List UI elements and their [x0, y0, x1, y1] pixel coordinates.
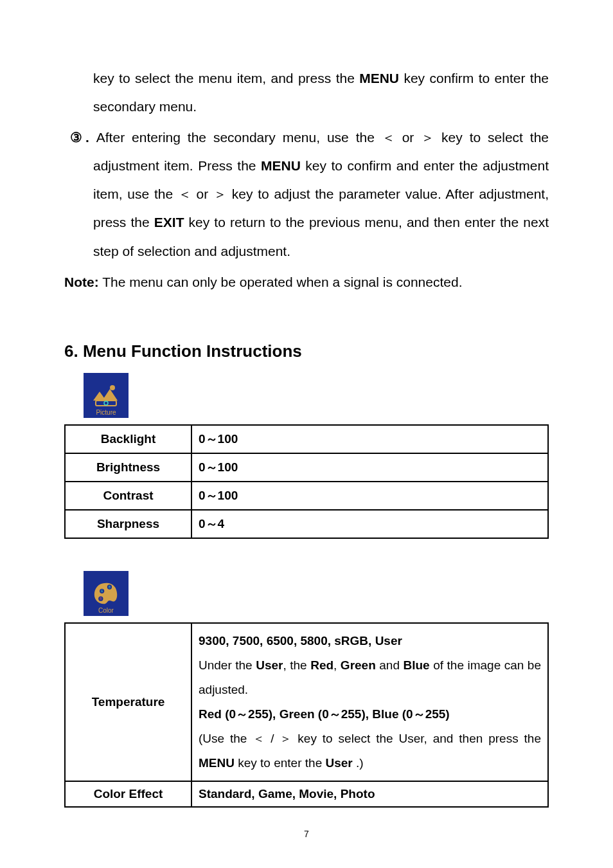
- val-brightness: 0～100: [191, 453, 548, 482]
- temp-use-b: key to enter the: [235, 756, 326, 770]
- temp-user-2: User: [325, 756, 352, 770]
- temp-use-c: .): [353, 756, 364, 770]
- temp-comma: ,: [333, 658, 341, 672]
- param-color-effect: Color Effect: [65, 781, 191, 807]
- temp-red: Red: [310, 658, 333, 672]
- svg-point-0: [110, 385, 115, 390]
- val-sharpness: 0～4: [191, 510, 548, 538]
- temp-desc-b: , the: [283, 658, 310, 672]
- val-temperature: 9300, 7500, 6500, 5800, sRGB, User Under…: [191, 623, 548, 781]
- menu-key-ref-2: MENU: [261, 158, 301, 173]
- temp-use-a: (Use the ＜ / ＞ key to select the User, a…: [199, 732, 541, 745]
- temp-menu-k: MENU: [199, 756, 235, 770]
- param-contrast: Contrast: [65, 482, 191, 510]
- svg-point-2: [104, 401, 108, 405]
- section-heading: 6. Menu Function Instructions: [64, 341, 549, 361]
- step3-marker: ③.: [70, 130, 96, 145]
- color-settings-table: Temperature 9300, 7500, 6500, 5800, sRGB…: [64, 622, 549, 808]
- color-menu-icon: B G R Color: [84, 571, 129, 616]
- picture-menu-icon: Picture: [84, 373, 129, 418]
- temp-presets: 9300, 7500, 6500, 5800, sRGB, User: [199, 629, 541, 653]
- picture-icon-label: Picture: [84, 409, 129, 416]
- table-row: Color Effect Standard, Game, Movie, Phot…: [65, 781, 548, 807]
- intro-continuation: key to select the menu item, and press t…: [64, 64, 549, 121]
- val-backlight: 0～100: [191, 425, 548, 453]
- step-3: ③. After entering the secondary menu, us…: [64, 123, 549, 265]
- svg-text:B: B: [109, 586, 111, 589]
- temp-rgb-ranges: Red (0～255), Green (0～255), Blue (0～255): [199, 702, 541, 727]
- param-temperature: Temperature: [65, 623, 191, 781]
- svg-text:G: G: [101, 590, 103, 593]
- picture-settings-table: Backlight 0～100 Brightness 0～100 Contras…: [64, 424, 549, 539]
- param-backlight: Backlight: [65, 425, 191, 453]
- menu-key-ref: MENU: [359, 71, 399, 86]
- table-row: Backlight 0～100: [65, 425, 548, 453]
- page-number: 7: [0, 829, 613, 839]
- temp-and: and: [376, 658, 404, 672]
- temp-green: Green: [341, 658, 376, 672]
- param-brightness: Brightness: [65, 453, 191, 482]
- note-line: Note: The menu can only be operated when…: [64, 268, 549, 296]
- table-row: Temperature 9300, 7500, 6500, 5800, sRGB…: [65, 623, 548, 781]
- temp-desc-a: Under the: [199, 658, 256, 672]
- note-text: The menu can only be operated when a sig…: [99, 275, 463, 289]
- temp-blue: Blue: [404, 658, 430, 672]
- temp-user: User: [256, 658, 283, 672]
- note-label: Note:: [64, 275, 99, 289]
- val-contrast: 0～100: [191, 482, 548, 510]
- val-color-effect: Standard, Game, Movie, Photo: [191, 781, 548, 807]
- table-row: Contrast 0～100: [65, 482, 548, 510]
- color-icon-label: Color: [84, 607, 129, 614]
- table-row: Brightness 0～100: [65, 453, 548, 482]
- table-row: Sharpness 0～4: [65, 510, 548, 538]
- intro-cont-a: key to select the menu item, and press t…: [93, 71, 359, 86]
- exit-key-ref: EXIT: [154, 215, 184, 230]
- param-sharpness: Sharpness: [65, 510, 191, 538]
